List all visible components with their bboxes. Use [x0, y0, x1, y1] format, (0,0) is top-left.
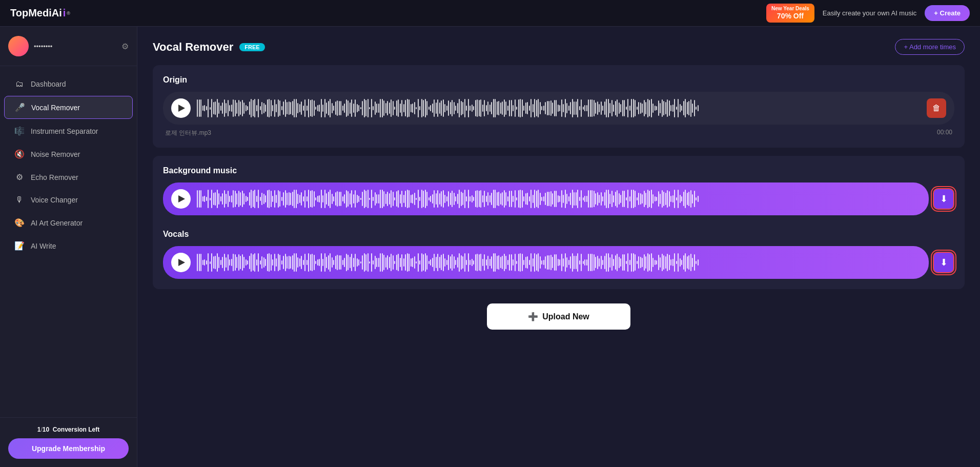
waveform-bar: [200, 99, 201, 116]
waveform-bar: [346, 99, 347, 117]
waveform-bar: [545, 102, 546, 114]
waveform-bar: [228, 191, 229, 207]
waveform-bar: [274, 254, 275, 271]
waveform-bar: [558, 105, 559, 111]
waveform-bar: [637, 261, 638, 264]
waveform-bar: [667, 190, 668, 208]
waveform-bar: [489, 259, 491, 266]
waveform-bar: [655, 196, 656, 202]
waveform-bar: [619, 103, 620, 114]
waveform-bar: [495, 190, 496, 208]
waveform-bar: [541, 260, 542, 265]
settings-icon[interactable]: ⚙: [121, 42, 129, 51]
sidebar-item-ai-art-generator[interactable]: 🎨 AI Art Generator: [4, 212, 133, 234]
upgrade-membership-button[interactable]: Upgrade Membership: [8, 438, 129, 459]
vocals-play-button[interactable]: [171, 253, 191, 272]
waveform-bar: [337, 191, 338, 207]
sidebar-item-echo-remover[interactable]: ⚙ Echo Remover: [4, 166, 133, 188]
waveform-bar: [289, 192, 290, 205]
sidebar-item-noise-remover[interactable]: 🔇 Noise Remover: [4, 143, 133, 165]
waveform-bar: [419, 106, 420, 110]
waveform-bar: [498, 255, 499, 269]
sidebar-item-ai-write[interactable]: 📝 AI Write: [4, 235, 133, 257]
sidebar: •••••••• ⚙ 🗂 Dashboard 🎤 Vocal Remover 🎼…: [0, 27, 137, 467]
waveform-bar: [681, 196, 682, 202]
waveform-bar: [533, 195, 534, 204]
waveform-bar: [412, 258, 413, 268]
waveform-bar: [297, 194, 298, 205]
waveform-bar: [211, 99, 212, 117]
waveform-bar: [269, 190, 270, 208]
waveform-bar: [246, 196, 247, 201]
upload-new-label: Upload New: [542, 312, 589, 321]
add-more-times-button[interactable]: + Add more times: [895, 39, 965, 55]
waveform-bar: [340, 101, 341, 115]
sidebar-item-vocal-remover[interactable]: 🎤 Vocal Remover: [4, 96, 133, 119]
waveform-bar: [285, 99, 286, 117]
bg-music-play-button[interactable]: [171, 189, 191, 209]
waveform-bar: [500, 193, 501, 204]
waveform-bar: [633, 190, 634, 208]
waveform-bar: [574, 101, 575, 114]
create-button[interactable]: + Create: [925, 5, 970, 21]
waveform-bar: [473, 197, 474, 201]
waveform-bar: [321, 99, 322, 117]
waveform-bar: [591, 99, 593, 117]
waveform-bar: [656, 106, 657, 110]
waveform-bar: [303, 196, 304, 201]
waveform-bar: [258, 253, 259, 272]
waveform-bar: [455, 260, 456, 265]
waveform-bar: [579, 106, 580, 110]
sidebar-item-instrument-separator[interactable]: 🎼 Instrument Separator: [4, 120, 133, 142]
waveform-bar: [312, 190, 313, 208]
vocals-download-button[interactable]: ⬇: [933, 252, 954, 273]
waveform-bar: [604, 192, 605, 206]
waveform-bar: [267, 190, 268, 208]
waveform-bar: [432, 104, 433, 113]
waveform-bar: [511, 254, 512, 271]
waveform-bar: [507, 106, 508, 111]
waveform-bar: [411, 258, 412, 267]
waveform-bar: [315, 107, 316, 110]
origin-play-button[interactable]: [171, 98, 191, 118]
waveform-bar: [398, 99, 399, 116]
waveform-bar: [206, 106, 207, 110]
waveform-bar: [369, 107, 370, 110]
waveform-bar: [224, 190, 225, 208]
waveform-bar: [218, 103, 219, 114]
waveform-bar: [550, 255, 552, 271]
waveform-bar: [376, 104, 377, 112]
sidebar-item-dashboard[interactable]: 🗂 Dashboard: [4, 73, 133, 95]
waveform-bar: [509, 254, 510, 270]
waveform-bar: [218, 193, 219, 205]
waveform-bar: [511, 191, 512, 208]
waveform-bar: [357, 104, 358, 112]
nav-icon-echo-remover: ⚙: [14, 172, 25, 182]
waveform-bar: [552, 257, 553, 269]
waveform-bar: [276, 104, 277, 112]
waveform-bar: [287, 193, 288, 205]
waveform-bar: [199, 254, 200, 271]
upload-new-button[interactable]: ➕ Upload New: [487, 303, 630, 330]
bg-music-download-button[interactable]: ⬇: [933, 188, 954, 210]
waveform-bar: [495, 99, 496, 117]
waveform-bar: [396, 100, 397, 115]
origin-delete-button[interactable]: 🗑: [927, 98, 946, 118]
waveform-bar: [330, 99, 331, 117]
waveform-bar: [568, 196, 569, 201]
waveform-bar: [425, 190, 426, 208]
promo-badge[interactable]: New Year Deals 70% Off: [766, 4, 814, 23]
waveform-bar: [350, 257, 351, 269]
waveform-bar: [222, 257, 223, 268]
waveform-bar: [692, 194, 693, 203]
waveform-bar: [240, 256, 241, 269]
waveform-bar: [509, 191, 510, 207]
waveform-bar: [638, 102, 639, 114]
waveform-bar: [565, 253, 566, 271]
waveform-bar: [283, 256, 284, 270]
waveform-bar: [457, 194, 458, 205]
waveform-bar: [627, 99, 628, 117]
waveform-bar: [538, 253, 539, 272]
sidebar-item-voice-changer[interactable]: 🎙 Voice Changer: [4, 189, 133, 211]
waveform-bar: [333, 260, 334, 265]
